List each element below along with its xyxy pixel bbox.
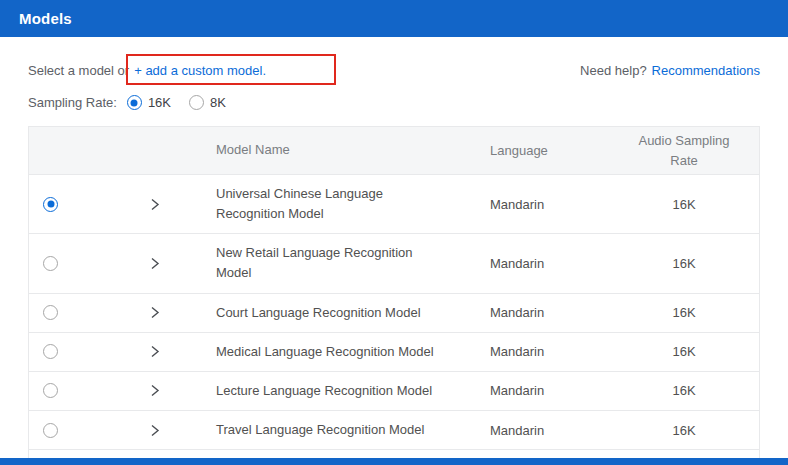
header-audio-sampling-rate: Audio Sampling Rate xyxy=(609,131,759,170)
chevron-right-icon[interactable] xyxy=(147,256,162,271)
header-language: Language xyxy=(459,143,609,158)
model-name-cell: Medical Language Recognition Model xyxy=(189,333,459,371)
chevron-right-icon[interactable] xyxy=(147,344,162,359)
row-radio[interactable] xyxy=(43,256,58,271)
language-cell: Mandarin xyxy=(459,423,609,438)
sampling-rate-row: Sampling Rate: 16K 8K xyxy=(28,95,760,110)
row-radio[interactable] xyxy=(43,197,58,212)
table-row: Medical Language Recognition Model Manda… xyxy=(29,333,759,372)
language-cell: Mandarin xyxy=(459,383,609,398)
language-cell: Mandarin xyxy=(459,305,609,320)
chevron-right-icon[interactable] xyxy=(147,383,162,398)
row-radio[interactable] xyxy=(43,423,58,438)
sampling-option-label: 16K xyxy=(148,95,171,110)
recommendations-link[interactable]: Recommendations xyxy=(652,63,760,78)
language-cell: Mandarin xyxy=(459,344,609,359)
models-table: Model Name Language Audio Sampling Rate … xyxy=(28,126,760,465)
model-name-cell: Court Language Recognition Model xyxy=(189,294,459,332)
panel-title: Models xyxy=(19,10,72,27)
row-radio[interactable] xyxy=(43,383,58,398)
model-name-cell: New Retail Language Recognition Model xyxy=(189,234,459,292)
row-radio[interactable] xyxy=(43,305,58,320)
table-row: Travel Language Recognition Model Mandar… xyxy=(29,411,759,450)
rate-cell: 16K xyxy=(609,423,759,438)
table-row: Court Language Recognition Model Mandari… xyxy=(29,294,759,333)
models-panel: Models Select a model or+ add a custom m… xyxy=(0,0,788,465)
model-name-cell: Travel Language Recognition Model xyxy=(189,411,459,449)
rate-cell: 16K xyxy=(609,197,759,212)
sampling-option[interactable]: 16K xyxy=(127,95,171,110)
table-row: New Retail Language Recognition Model Ma… xyxy=(29,234,759,293)
panel-content: Select a model or+ add a custom model. N… xyxy=(0,59,788,465)
chevron-right-icon[interactable] xyxy=(147,305,162,320)
language-cell: Mandarin xyxy=(459,256,609,271)
rate-cell: 16K xyxy=(609,344,759,359)
toolbar-right: Need help?Recommendations xyxy=(580,63,760,78)
model-name-cell: Lecture Language Recognition Model xyxy=(189,372,459,410)
table-row: Lecture Language Recognition Model Manda… xyxy=(29,372,759,411)
panel-header: Models xyxy=(0,0,788,37)
add-custom-model-link[interactable]: + add a custom model. xyxy=(134,63,266,78)
chevron-right-icon[interactable] xyxy=(147,197,162,212)
radio-icon[interactable] xyxy=(127,95,142,110)
sampling-option-label: 8K xyxy=(210,95,226,110)
bottom-border xyxy=(0,458,788,465)
sampling-option[interactable]: 8K xyxy=(189,95,226,110)
rate-cell: 16K xyxy=(609,383,759,398)
toolbar: Select a model or+ add a custom model. N… xyxy=(28,59,760,81)
toolbar-left: Select a model or+ add a custom model. xyxy=(28,63,266,78)
select-model-text: Select a model or xyxy=(28,63,129,78)
table-header-row: Model Name Language Audio Sampling Rate xyxy=(29,127,759,175)
model-name-cell: Universal Chinese Language Recognition M… xyxy=(189,175,459,233)
row-radio[interactable] xyxy=(43,344,58,359)
rate-cell: 16K xyxy=(609,256,759,271)
chevron-right-icon[interactable] xyxy=(147,423,162,438)
need-help-text: Need help? xyxy=(580,63,647,78)
radio-icon[interactable] xyxy=(189,95,204,110)
table-body: Universal Chinese Language Recognition M… xyxy=(29,175,759,465)
rate-cell: 16K xyxy=(609,305,759,320)
language-cell: Mandarin xyxy=(459,197,609,212)
sampling-options: 16K 8K xyxy=(127,95,226,110)
table-row: Universal Chinese Language Recognition M… xyxy=(29,175,759,234)
sampling-rate-label: Sampling Rate: xyxy=(28,95,117,110)
header-model-name: Model Name xyxy=(189,131,459,169)
